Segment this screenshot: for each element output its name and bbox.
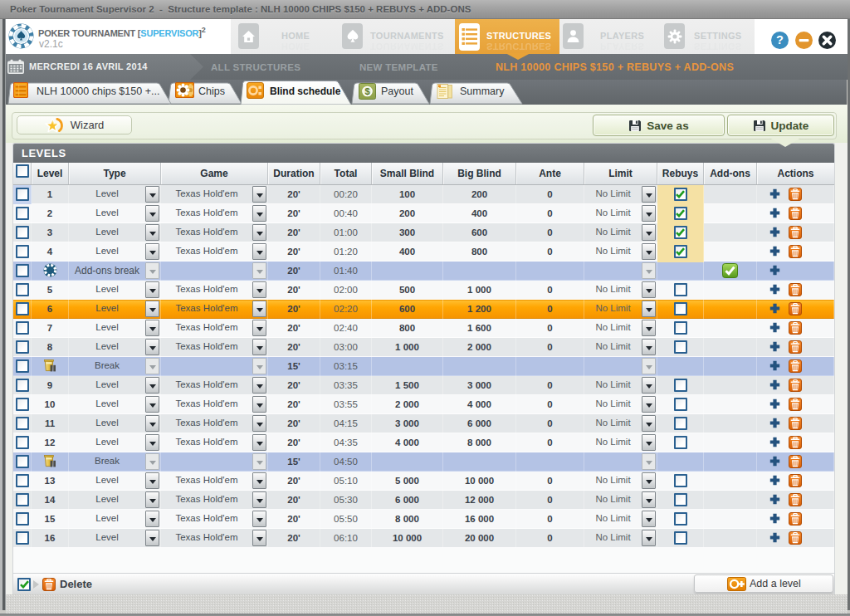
svg-text:?: ? [776, 33, 784, 46]
svg-text:$: $ [364, 86, 369, 96]
